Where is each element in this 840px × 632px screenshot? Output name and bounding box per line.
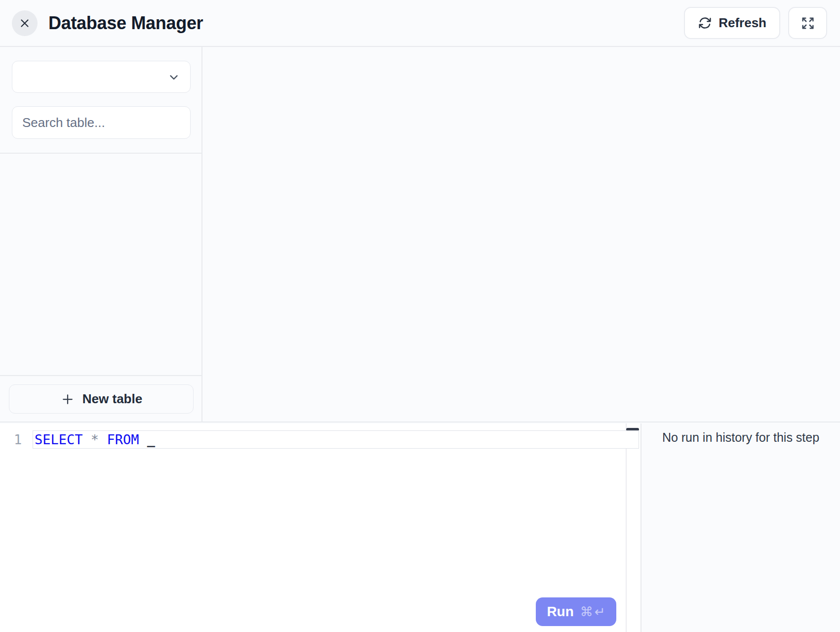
header: Database Manager Refresh [0, 0, 840, 47]
chevron-down-icon [167, 71, 180, 84]
return-icon: ↵ [595, 604, 605, 619]
sql-editor-panel[interactable]: 1 SELECT*FROM_ Run ⌘↵ [0, 423, 641, 632]
new-table-button[interactable]: New table [9, 384, 194, 414]
run-button[interactable]: Run ⌘↵ [536, 597, 616, 626]
run-shortcut: ⌘↵ [580, 604, 605, 619]
expand-icon [800, 16, 815, 31]
refresh-button[interactable]: Refresh [684, 7, 780, 39]
close-button[interactable] [12, 10, 38, 36]
sql-star-operator: * [91, 432, 99, 447]
refresh-button-label: Refresh [719, 15, 766, 31]
history-empty-message: No run in history for this step [641, 429, 840, 445]
new-table-button-label: New table [82, 391, 142, 407]
run-history-panel: No run in history for this step [641, 423, 840, 632]
run-button-label: Run [547, 604, 573, 620]
sql-code-line[interactable]: SELECT*FROM_ [33, 430, 639, 449]
editor-scrollbar-track [626, 423, 627, 632]
page-title: Database Manager [48, 13, 203, 34]
main-content-empty [203, 47, 840, 421]
text-cursor: _ [147, 432, 155, 447]
sql-keyword-from: FROM [107, 432, 139, 447]
command-icon: ⌘ [580, 604, 593, 619]
expand-button[interactable] [788, 7, 827, 39]
table-list-empty [0, 154, 201, 375]
plus-icon [60, 392, 75, 407]
close-icon [18, 17, 31, 30]
database-select[interactable] [12, 61, 191, 93]
sidebar-divider-bottom [0, 375, 201, 376]
search-table-input[interactable] [12, 106, 191, 139]
sidebar: New table [0, 47, 202, 421]
line-number: 1 [14, 430, 22, 449]
refresh-icon [698, 16, 712, 30]
sql-keyword-select: SELECT [35, 432, 83, 447]
workspace-body: New table [0, 47, 840, 422]
